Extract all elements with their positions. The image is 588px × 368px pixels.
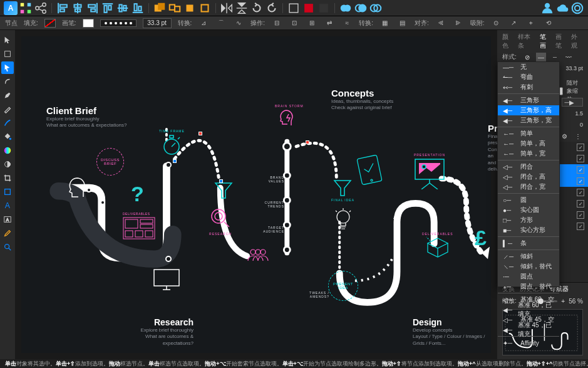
snap-4-icon[interactable]: ⟲ xyxy=(543,18,554,28)
group-icon[interactable] xyxy=(153,2,167,14)
arrow-end-dropdown[interactable]: ─▶ xyxy=(562,98,584,107)
stroke-dash-preview[interactable] xyxy=(100,19,137,27)
arrowhead-option[interactable]: ◀─基准 45，已填充 xyxy=(498,325,559,335)
arrowhead-option[interactable]: ←─简单，宽 xyxy=(498,149,559,159)
arrowhead-option[interactable]: ◀─三角形，宽 xyxy=(498,115,559,125)
action-break-icon[interactable]: ⊟ xyxy=(271,18,282,28)
fill-swatch[interactable] xyxy=(44,19,56,28)
arrowhead-option[interactable]: ⟋─倾斜 xyxy=(498,251,559,261)
arrowhead-option[interactable]: ∙─圆点 xyxy=(498,271,559,281)
action-join-icon[interactable]: ⊞ xyxy=(306,18,317,28)
brush-tool[interactable] xyxy=(1,117,14,129)
arrowhead-option[interactable]: ✦─Affinity xyxy=(498,338,559,348)
arrowhead-option[interactable]: ◀─基准 60，已填充 xyxy=(498,305,559,315)
opacity-more-icon[interactable]: ⋮ xyxy=(573,132,583,140)
arrowhead-dropdown-menu[interactable]: —─无↼─弯曲↢─有刺◀─三角形◀─三角形，高◀─三角形，宽←─简单←─简单，高… xyxy=(497,61,560,287)
swatch-red-icon[interactable] xyxy=(302,2,316,14)
action-reverse-icon[interactable]: ⇄ xyxy=(324,18,335,28)
arrowhead-option[interactable]: ◁─闭合，高 xyxy=(498,172,559,182)
convert-smart-icon[interactable]: ∿ xyxy=(233,18,244,28)
frame-text-tool[interactable]: A xyxy=(1,213,14,226)
arrowhead-option[interactable]: ■─实心方形 xyxy=(498,225,559,235)
zoom-in-icon[interactable]: + xyxy=(561,298,565,305)
opacity-gear-icon[interactable]: ⚙ xyxy=(559,132,569,140)
swatch-dark-icon[interactable] xyxy=(317,2,331,14)
bool-union-icon[interactable] xyxy=(339,2,353,14)
fill-tool[interactable] xyxy=(1,130,14,143)
shape-tool[interactable] xyxy=(1,186,14,198)
rotate-right-icon[interactable] xyxy=(265,2,279,14)
node-handle-2[interactable] xyxy=(306,140,309,144)
tab-stroke[interactable]: 笔画 xyxy=(540,33,552,50)
transparency-tool[interactable] xyxy=(1,158,14,171)
node-tool[interactable] xyxy=(1,61,14,74)
snap-3-icon[interactable]: ⌖ xyxy=(525,18,537,28)
color-picker-tool[interactable] xyxy=(1,227,14,239)
stroke-swatch[interactable] xyxy=(83,19,94,28)
snap-2-icon[interactable]: ↗ xyxy=(508,18,519,28)
arrowhead-option[interactable]: ◀─三角形 xyxy=(498,95,559,105)
settings-icon[interactable] xyxy=(570,2,584,14)
style-none-icon[interactable]: ⊘ xyxy=(522,53,532,61)
action-smooth-icon[interactable]: ≈ xyxy=(341,18,353,28)
align-right-icon[interactable] xyxy=(86,2,100,14)
snap-1-icon[interactable]: ⊙ xyxy=(490,18,502,28)
cloud-icon[interactable] xyxy=(555,2,569,14)
arrowhead-option[interactable]: ▍─条 xyxy=(498,238,559,248)
align-2-icon[interactable]: ⫸ xyxy=(453,18,464,28)
node-handle-end[interactable] xyxy=(219,179,223,183)
path-node-3[interactable] xyxy=(165,162,172,168)
node-handle-mid[interactable] xyxy=(199,132,202,135)
arrowhead-option[interactable]: ↼─弯曲 xyxy=(498,72,559,82)
transform-1-icon[interactable]: ▦ xyxy=(379,18,391,28)
bring-front-icon[interactable] xyxy=(183,2,197,14)
arrowhead-option[interactable]: —─无 xyxy=(498,62,559,72)
flip-v-icon[interactable] xyxy=(235,2,249,14)
grid-icon[interactable] xyxy=(19,2,33,14)
arrowhead-option[interactable]: ←─简单，高 xyxy=(498,139,559,149)
path-node-4[interactable] xyxy=(165,256,172,262)
align-left-icon[interactable] xyxy=(56,2,70,14)
artboard-tool[interactable] xyxy=(1,48,14,60)
align-top-icon[interactable] xyxy=(101,2,115,14)
pencil-tool[interactable] xyxy=(1,103,14,115)
tab-brush[interactable]: 画笔 xyxy=(555,33,567,50)
arrowhead-option[interactable]: ←─简单 xyxy=(498,129,559,139)
canvas-viewport[interactable]: Client Brief Explore brief thoroughly Wh… xyxy=(15,30,497,359)
style-brush-icon[interactable]: 〰 xyxy=(564,53,574,61)
rotate-left-icon[interactable] xyxy=(250,2,264,14)
arrowhead-option[interactable]: ●─实心圆 xyxy=(498,205,559,215)
node-handle-start[interactable] xyxy=(173,159,177,163)
bool-intersect-icon[interactable] xyxy=(369,2,383,14)
share-icon[interactable] xyxy=(34,2,48,14)
bool-xor-icon[interactable] xyxy=(384,2,398,14)
style-solid-icon[interactable]: — xyxy=(536,53,546,61)
gradient-tool[interactable] xyxy=(1,144,14,157)
arrowhead-option[interactable]: ○─圆 xyxy=(498,195,559,205)
action-close-icon[interactable]: ⊡ xyxy=(289,18,300,28)
user-icon[interactable] xyxy=(540,2,554,14)
arrowhead-option[interactable]: ∘─圆点，替代 xyxy=(498,281,559,292)
ungroup-icon[interactable] xyxy=(168,2,182,14)
crop-tool[interactable] xyxy=(1,172,14,184)
zoom-tool[interactable] xyxy=(1,241,14,253)
path-node-1[interactable] xyxy=(86,187,91,192)
bool-subtract-icon[interactable] xyxy=(354,2,368,14)
align-1-icon[interactable]: ⫷ xyxy=(435,18,446,28)
corner-tool[interactable] xyxy=(1,75,14,88)
transform-2-icon[interactable]: ▤ xyxy=(397,18,408,28)
artboard-icon[interactable] xyxy=(287,2,301,14)
tab-swatches[interactable]: 样本条 xyxy=(518,33,536,50)
arrowhead-option[interactable]: ⟍─倾斜，替代 xyxy=(498,261,559,271)
text-tool[interactable]: A xyxy=(1,199,14,212)
arrowhead-option[interactable]: □─方形 xyxy=(498,215,559,225)
align-bottom-icon[interactable] xyxy=(131,2,145,14)
convert-smooth-icon[interactable]: ⌒ xyxy=(215,18,227,28)
arrowhead-option[interactable]: ◁─闭合，宽 xyxy=(498,182,559,192)
path-node-2[interactable] xyxy=(100,200,105,205)
tab-appearance[interactable]: 外观 xyxy=(571,33,583,50)
stroke-width-field[interactable] xyxy=(143,18,172,28)
align-middle-icon[interactable] xyxy=(116,2,130,14)
move-tool[interactable] xyxy=(1,34,14,46)
tab-color[interactable]: 颜色 xyxy=(502,33,514,50)
